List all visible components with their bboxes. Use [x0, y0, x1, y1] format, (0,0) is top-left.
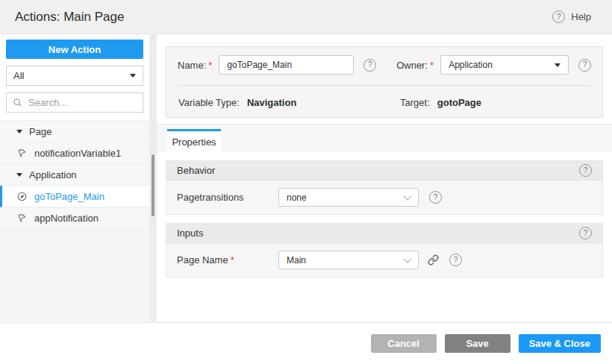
tree-item-appnotification[interactable]: appNotification [0, 207, 149, 229]
required-marker: * [208, 60, 212, 71]
inputs-section-header: Inputs ? [166, 224, 602, 243]
top-bar: Actions: Main Page [0, 0, 612, 34]
inputs-section: Inputs ? Page Name* Main ? [166, 223, 603, 277]
behavior-section: Behavior ? Pagetransitions none ? [166, 160, 603, 215]
tree-group-label: Page [29, 126, 51, 137]
pagetransitions-dropdown[interactable]: none [278, 188, 419, 207]
cancel-button[interactable]: Cancel [371, 334, 437, 353]
meta-row: Variable Type: Navigation Target: gotoPa… [178, 92, 591, 113]
notification-icon [16, 148, 28, 159]
behavior-section-body: Pagetransitions none ? [166, 181, 602, 214]
search-box[interactable] [6, 92, 143, 113]
page-name-value: Main [287, 255, 306, 266]
caret-down-icon [555, 63, 561, 67]
tree-group-application[interactable]: Application [0, 164, 149, 186]
notification-icon [16, 213, 28, 224]
target-group: Target: gotoPage [400, 92, 481, 113]
behavior-section-title: Behavior [177, 165, 215, 176]
sidebar: New Action All Page notificationVariable… [0, 34, 149, 321]
pagetransitions-help-icon[interactable]: ? [429, 191, 442, 204]
new-action-button[interactable]: New Action [6, 40, 143, 59]
pagetransitions-label: Pagetransitions [177, 192, 278, 203]
page-title: Actions: Main Page [15, 10, 124, 25]
page-name-dropdown[interactable]: Main [278, 251, 419, 269]
navigation-icon [16, 191, 28, 202]
owner-select-value: Application [449, 60, 493, 70]
tree-item-label: appNotification [34, 213, 99, 224]
required-marker: * [430, 60, 434, 71]
save-button[interactable]: Save [445, 334, 510, 353]
tab-properties[interactable]: Properties [167, 129, 221, 152]
name-help-icon[interactable]: ? [363, 59, 376, 72]
behavior-section-header: Behavior ? [166, 161, 602, 181]
inputs-section-body: Page Name* Main ? [166, 243, 602, 277]
variable-type-label: Variable Type: [178, 97, 240, 108]
action-tree: Page notificationVariable1 Application g… [0, 120, 149, 229]
chevron-down-icon [403, 192, 411, 200]
help-button[interactable]: ? Help [552, 0, 591, 34]
tree-item-gotopage-main[interactable]: goToPage_Main [0, 186, 149, 207]
variable-type-group: Variable Type: Navigation [178, 92, 296, 113]
main-content: Name:* ? Owner:* Application ? Variable … [157, 34, 612, 321]
save-close-button[interactable]: Save & Close [519, 334, 601, 353]
tree-item-notificationvariable1[interactable]: notificationVariable1 [0, 142, 149, 164]
footer-bar: Cancel Save Save & Close [0, 322, 612, 364]
tree-item-label: goToPage_Main [34, 191, 104, 202]
chevron-down-icon [403, 254, 411, 263]
pagetransitions-value: none [287, 192, 307, 203]
owner-label: Owner:* [396, 60, 434, 71]
caret-down-icon [16, 173, 22, 177]
vertical-scrollbar[interactable] [149, 34, 157, 321]
tree-group-label: Application [29, 169, 77, 181]
search-icon [13, 98, 22, 107]
filter-select[interactable]: All [6, 66, 143, 86]
sidebar-controls: New Action All [0, 34, 149, 120]
scrollbar-thumb[interactable] [152, 154, 154, 216]
name-label: Name:* [178, 60, 212, 71]
tree-group-page[interactable]: Page [0, 121, 149, 142]
name-owner-row: Name:* ? Owner:* Application ? [178, 54, 591, 76]
caret-down-icon [16, 130, 22, 134]
inputs-help-icon[interactable]: ? [579, 227, 592, 239]
behavior-help-icon[interactable]: ? [579, 164, 592, 177]
inputs-section-title: Inputs [177, 228, 203, 239]
owner-help-icon[interactable]: ? [578, 59, 591, 72]
filter-select-value: All [13, 70, 24, 81]
page-name-label: Page Name* [177, 254, 278, 266]
target-value: gotoPage [437, 97, 481, 108]
caret-down-icon [130, 74, 136, 78]
help-icon: ? [552, 10, 565, 23]
tab-strip: Properties [157, 124, 612, 151]
search-input[interactable] [27, 96, 137, 109]
tree-item-label: notificationVariable1 [34, 148, 121, 159]
required-marker: * [231, 254, 234, 266]
help-label: Help [571, 11, 591, 22]
action-header-panel: Name:* ? Owner:* Application ? Variable … [166, 46, 603, 118]
owner-select[interactable]: Application [440, 55, 569, 75]
panel-divider [178, 85, 591, 86]
variable-type-value: Navigation [247, 97, 296, 108]
page-name-help-icon[interactable]: ? [449, 254, 462, 266]
name-input[interactable] [219, 55, 354, 75]
bind-link-icon[interactable] [428, 254, 439, 266]
target-label: Target: [400, 97, 430, 108]
